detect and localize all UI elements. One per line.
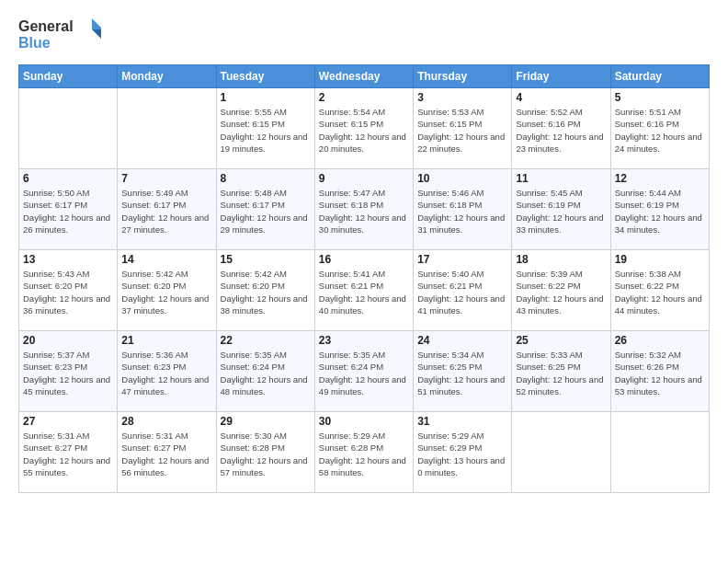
- day-number: 13: [23, 253, 113, 266]
- day-number: 21: [121, 334, 211, 347]
- calendar-table: SundayMondayTuesdayWednesdayThursdayFrid…: [18, 64, 710, 493]
- header-tuesday: Tuesday: [216, 65, 314, 88]
- day-info: Sunrise: 5:29 AM Sunset: 6:28 PM Dayligh…: [319, 430, 409, 478]
- day-info: Sunrise: 5:48 AM Sunset: 6:17 PM Dayligh…: [221, 187, 311, 236]
- cell-w2-d2: 7Sunrise: 5:49 AM Sunset: 6:17 PM Daylig…: [118, 169, 216, 250]
- cell-w2-d7: 12Sunrise: 5:44 AM Sunset: 6:19 PM Dayli…: [610, 169, 709, 250]
- cell-w5-d2: 28Sunrise: 5:31 AM Sunset: 6:27 PM Dayli…: [118, 412, 216, 493]
- header-saturday: Saturday: [610, 65, 709, 88]
- day-info: Sunrise: 5:36 AM Sunset: 6:23 PM Dayligh…: [121, 349, 211, 397]
- header: General Blue: [18, 15, 710, 55]
- day-info: Sunrise: 5:47 AM Sunset: 6:18 PM Dayligh…: [319, 187, 409, 236]
- cell-w5-d6: [512, 412, 610, 493]
- day-number: 24: [417, 334, 507, 347]
- cell-w1-d5: 3Sunrise: 5:53 AM Sunset: 6:15 PM Daylig…: [414, 88, 512, 169]
- day-number: 7: [121, 172, 211, 185]
- week-row-3: 13Sunrise: 5:43 AM Sunset: 6:20 PM Dayli…: [19, 250, 710, 331]
- cell-w3-d4: 16Sunrise: 5:41 AM Sunset: 6:21 PM Dayli…: [314, 250, 413, 331]
- day-number: 12: [615, 172, 705, 185]
- day-number: 8: [221, 172, 311, 185]
- svg-text:Blue: Blue: [18, 35, 51, 51]
- day-number: 14: [121, 253, 211, 266]
- cell-w5-d3: 29Sunrise: 5:30 AM Sunset: 6:28 PM Dayli…: [216, 412, 314, 493]
- day-number: 17: [417, 253, 507, 266]
- cell-w4-d1: 20Sunrise: 5:37 AM Sunset: 6:23 PM Dayli…: [19, 331, 118, 412]
- cell-w2-d5: 10Sunrise: 5:46 AM Sunset: 6:18 PM Dayli…: [414, 169, 512, 250]
- day-info: Sunrise: 5:31 AM Sunset: 6:27 PM Dayligh…: [121, 430, 211, 478]
- day-info: Sunrise: 5:33 AM Sunset: 6:25 PM Dayligh…: [516, 349, 606, 397]
- day-number: 28: [121, 415, 211, 428]
- cell-w3-d1: 13Sunrise: 5:43 AM Sunset: 6:20 PM Dayli…: [19, 250, 118, 331]
- day-number: 6: [23, 172, 113, 185]
- header-thursday: Thursday: [414, 65, 512, 88]
- cell-w4-d5: 24Sunrise: 5:34 AM Sunset: 6:25 PM Dayli…: [414, 331, 512, 412]
- day-number: 1: [221, 91, 311, 104]
- day-info: Sunrise: 5:42 AM Sunset: 6:20 PM Dayligh…: [221, 268, 311, 316]
- day-number: 16: [319, 253, 409, 266]
- cell-w2-d1: 6Sunrise: 5:50 AM Sunset: 6:17 PM Daylig…: [19, 169, 118, 250]
- day-info: Sunrise: 5:31 AM Sunset: 6:27 PM Dayligh…: [23, 430, 113, 478]
- day-info: Sunrise: 5:34 AM Sunset: 6:25 PM Dayligh…: [417, 349, 507, 397]
- cell-w2-d6: 11Sunrise: 5:45 AM Sunset: 6:19 PM Dayli…: [512, 169, 610, 250]
- svg-marker-2: [92, 18, 101, 29]
- day-number: 5: [615, 91, 705, 104]
- header-monday: Monday: [118, 65, 216, 88]
- cell-w3-d3: 15Sunrise: 5:42 AM Sunset: 6:20 PM Dayli…: [216, 250, 314, 331]
- day-number: 4: [516, 91, 606, 104]
- day-info: Sunrise: 5:38 AM Sunset: 6:22 PM Dayligh…: [615, 268, 705, 316]
- cell-w1-d3: 1Sunrise: 5:55 AM Sunset: 6:15 PM Daylig…: [216, 88, 314, 169]
- day-info: Sunrise: 5:45 AM Sunset: 6:19 PM Dayligh…: [516, 187, 606, 236]
- day-info: Sunrise: 5:54 AM Sunset: 6:15 PM Dayligh…: [319, 106, 409, 155]
- day-info: Sunrise: 5:37 AM Sunset: 6:23 PM Dayligh…: [23, 349, 113, 397]
- day-number: 26: [615, 334, 705, 347]
- cell-w3-d6: 18Sunrise: 5:39 AM Sunset: 6:22 PM Dayli…: [512, 250, 610, 331]
- day-number: 2: [319, 91, 409, 104]
- day-number: 18: [516, 253, 606, 266]
- day-info: Sunrise: 5:29 AM Sunset: 6:29 PM Dayligh…: [417, 430, 507, 478]
- day-info: Sunrise: 5:46 AM Sunset: 6:18 PM Dayligh…: [417, 187, 507, 236]
- cell-w5-d7: [610, 412, 709, 493]
- cell-w1-d2: [118, 88, 216, 169]
- day-info: Sunrise: 5:42 AM Sunset: 6:20 PM Dayligh…: [121, 268, 211, 316]
- header-sunday: Sunday: [19, 65, 118, 88]
- day-info: Sunrise: 5:50 AM Sunset: 6:17 PM Dayligh…: [23, 187, 113, 236]
- cell-w1-d1: [19, 88, 118, 169]
- day-number: 22: [221, 334, 311, 347]
- cell-w4-d7: 26Sunrise: 5:32 AM Sunset: 6:26 PM Dayli…: [610, 331, 709, 412]
- logo: General Blue: [18, 15, 101, 55]
- day-info: Sunrise: 5:32 AM Sunset: 6:26 PM Dayligh…: [615, 349, 705, 397]
- day-info: Sunrise: 5:55 AM Sunset: 6:15 PM Dayligh…: [221, 106, 311, 155]
- day-info: Sunrise: 5:35 AM Sunset: 6:24 PM Dayligh…: [221, 349, 311, 397]
- day-number: 20: [23, 334, 113, 347]
- day-info: Sunrise: 5:39 AM Sunset: 6:22 PM Dayligh…: [516, 268, 606, 316]
- day-number: 19: [615, 253, 705, 266]
- cell-w2-d4: 9Sunrise: 5:47 AM Sunset: 6:18 PM Daylig…: [314, 169, 413, 250]
- day-info: Sunrise: 5:30 AM Sunset: 6:28 PM Dayligh…: [221, 430, 311, 478]
- cell-w3-d5: 17Sunrise: 5:40 AM Sunset: 6:21 PM Dayli…: [414, 250, 512, 331]
- day-info: Sunrise: 5:49 AM Sunset: 6:17 PM Dayligh…: [121, 187, 211, 236]
- day-info: Sunrise: 5:41 AM Sunset: 6:21 PM Dayligh…: [319, 268, 409, 316]
- day-info: Sunrise: 5:51 AM Sunset: 6:16 PM Dayligh…: [615, 106, 705, 155]
- logo-icon: General Blue: [18, 15, 101, 55]
- week-row-5: 27Sunrise: 5:31 AM Sunset: 6:27 PM Dayli…: [19, 412, 710, 493]
- day-number: 25: [516, 334, 606, 347]
- day-number: 9: [319, 172, 409, 185]
- cell-w3-d7: 19Sunrise: 5:38 AM Sunset: 6:22 PM Dayli…: [610, 250, 709, 331]
- cell-w1-d7: 5Sunrise: 5:51 AM Sunset: 6:16 PM Daylig…: [610, 88, 709, 169]
- day-number: 31: [417, 415, 507, 428]
- cell-w1-d4: 2Sunrise: 5:54 AM Sunset: 6:15 PM Daylig…: [314, 88, 413, 169]
- cell-w5-d5: 31Sunrise: 5:29 AM Sunset: 6:29 PM Dayli…: [414, 412, 512, 493]
- header-friday: Friday: [512, 65, 610, 88]
- calendar-header-row: SundayMondayTuesdayWednesdayThursdayFrid…: [19, 65, 710, 88]
- day-number: 23: [319, 334, 409, 347]
- day-info: Sunrise: 5:52 AM Sunset: 6:16 PM Dayligh…: [516, 106, 606, 155]
- cell-w2-d3: 8Sunrise: 5:48 AM Sunset: 6:17 PM Daylig…: [216, 169, 314, 250]
- cell-w1-d6: 4Sunrise: 5:52 AM Sunset: 6:16 PM Daylig…: [512, 88, 610, 169]
- day-info: Sunrise: 5:43 AM Sunset: 6:20 PM Dayligh…: [23, 268, 113, 316]
- week-row-4: 20Sunrise: 5:37 AM Sunset: 6:23 PM Dayli…: [19, 331, 710, 412]
- day-number: 3: [417, 91, 507, 104]
- svg-text:General: General: [18, 18, 74, 34]
- day-info: Sunrise: 5:35 AM Sunset: 6:24 PM Dayligh…: [319, 349, 409, 397]
- cell-w4-d2: 21Sunrise: 5:36 AM Sunset: 6:23 PM Dayli…: [118, 331, 216, 412]
- header-wednesday: Wednesday: [314, 65, 413, 88]
